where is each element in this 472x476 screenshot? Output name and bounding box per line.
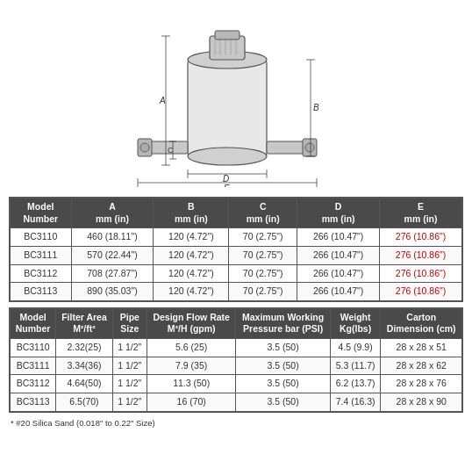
- col-e-header: Emm (in): [380, 198, 462, 228]
- cell-e: 276 (10.86"): [380, 246, 462, 264]
- cell-d: 266 (10.47"): [297, 246, 380, 264]
- cell-model: BC3112: [11, 375, 56, 393]
- table-row: BC3113 890 (35.03") 120 (4.72") 70 (2.75…: [11, 283, 462, 301]
- cell-model: BC3113: [11, 393, 56, 412]
- cell-e: 276 (10.86"): [380, 228, 462, 247]
- cell-carton: 28 x 28 x 51: [381, 339, 462, 357]
- cell-flow: 16 (70): [147, 393, 236, 412]
- specs-table: ModelNumber Filter AreaM²/ft² PipeSize D…: [10, 308, 462, 412]
- svg-rect-0: [188, 60, 267, 156]
- col-d-header: Dmm (in): [297, 198, 380, 228]
- spec-col-weight-header: WeightKg(lbs): [330, 308, 381, 338]
- spec-col-carton-header: CartonDimension (cm): [381, 308, 462, 338]
- cell-weight: 7.4 (16.3): [330, 393, 381, 412]
- cell-flow: 5.6 (25): [147, 339, 236, 357]
- col-model-header: ModelNumber: [11, 198, 72, 228]
- cell-b: 120 (4.72"): [154, 228, 229, 247]
- cell-area: 2.32(25): [56, 339, 112, 357]
- dimensions-table: ModelNumber Amm (in) Bmm (in) Cmm (in) D…: [10, 198, 462, 301]
- cell-a: 460 (18.11"): [71, 228, 154, 247]
- cell-model: BC3111: [11, 246, 72, 264]
- dimensions-table-wrapper: ModelNumber Amm (in) Bmm (in) Cmm (in) D…: [9, 197, 463, 302]
- spec-col-model-header: ModelNumber: [11, 308, 56, 338]
- svg-rect-13: [267, 141, 306, 154]
- table-row: BC3110 460 (18.11") 120 (4.72") 70 (2.75…: [11, 228, 462, 247]
- table-row: BC3113 6.5(70) 1 1/2" 16 (70) 3.5 (50) 7…: [11, 393, 462, 412]
- cell-b: 120 (4.72"): [154, 246, 229, 264]
- cell-b: 120 (4.72"): [154, 283, 229, 301]
- cell-weight: 5.3 (11.7): [330, 357, 381, 375]
- cell-weight: 6.2 (13.7): [330, 375, 381, 393]
- cell-carton: 28 x 28 x 90: [381, 393, 462, 412]
- col-a-header: Amm (in): [71, 198, 154, 228]
- table-row: BC3111 3.34(36) 1 1/2" 7.9 (35) 3.5 (50)…: [11, 357, 462, 375]
- svg-point-2: [188, 148, 267, 165]
- cell-model: BC3110: [11, 339, 56, 357]
- cell-pressure: 3.5 (50): [236, 339, 330, 357]
- cell-pressure: 3.5 (50): [236, 375, 330, 393]
- spec-col-flow-header: Design Flow RateM³/H (gpm): [147, 308, 236, 338]
- cell-model: BC3112: [11, 264, 72, 283]
- table-row: BC3112 4.64(50) 1 1/2" 11.3 (50) 3.5 (50…: [11, 375, 462, 393]
- svg-point-12: [140, 143, 149, 152]
- table-row: BC3110 2.32(25) 1 1/2" 5.6 (25) 3.5 (50)…: [11, 339, 462, 357]
- table-row: BC3112 708 (27.87") 120 (4.72") 70 (2.75…: [11, 264, 462, 283]
- svg-text:D: D: [223, 174, 229, 184]
- cell-d: 266 (10.47"): [297, 228, 380, 247]
- specs-table-wrapper: ModelNumber Filter AreaM²/ft² PipeSize D…: [9, 307, 463, 413]
- cell-pipe: 1 1/2": [112, 375, 147, 393]
- cell-carton: 28 x 28 x 62: [381, 357, 462, 375]
- footnote: * #20 Silica Sand (0.018" to 0.22" Size): [9, 418, 463, 428]
- spec-col-pipe-header: PipeSize: [112, 308, 147, 338]
- cell-d: 266 (10.47"): [297, 283, 380, 301]
- svg-text:C: C: [168, 146, 174, 155]
- cell-carton: 28 x 28 x 76: [381, 375, 462, 393]
- cell-pressure: 3.5 (50): [236, 393, 330, 412]
- product-diagram: A C B D E: [96, 11, 376, 187]
- cell-pressure: 3.5 (50): [236, 357, 330, 375]
- cell-flow: 11.3 (50): [147, 375, 236, 393]
- spec-col-area-header: Filter AreaM²/ft²: [56, 308, 112, 338]
- svg-text:A: A: [159, 96, 166, 105]
- cell-a: 570 (22.44"): [71, 246, 154, 264]
- cell-pipe: 1 1/2": [112, 393, 147, 412]
- cell-a: 890 (35.03"): [71, 283, 154, 301]
- cell-area: 6.5(70): [56, 393, 112, 412]
- diagram-area: A C B D E: [9, 7, 463, 191]
- cell-area: 3.34(36): [56, 357, 112, 375]
- cell-d: 266 (10.47"): [297, 264, 380, 283]
- cell-pipe: 1 1/2": [112, 357, 147, 375]
- cell-area: 4.64(50): [56, 375, 112, 393]
- svg-text:B: B: [313, 103, 319, 112]
- col-b-header: Bmm (in): [154, 198, 229, 228]
- cell-c: 70 (2.75"): [229, 283, 297, 301]
- cell-c: 70 (2.75"): [229, 228, 297, 247]
- cell-flow: 7.9 (35): [147, 357, 236, 375]
- cell-a: 708 (27.87"): [71, 264, 154, 283]
- cell-e: 276 (10.86"): [380, 283, 462, 301]
- cell-c: 70 (2.75"): [229, 264, 297, 283]
- cell-model: BC3110: [11, 228, 72, 247]
- spec-col-pressure-header: Maximum WorkingPressure bar (PSI): [236, 308, 330, 338]
- cell-weight: 4.5 (9.9): [330, 339, 381, 357]
- cell-model: BC3113: [11, 283, 72, 301]
- main-container: A C B D E Mode: [0, 0, 472, 435]
- cell-b: 120 (4.72"): [154, 264, 229, 283]
- col-c-header: Cmm (in): [229, 198, 297, 228]
- cell-pipe: 1 1/2": [112, 339, 147, 357]
- svg-text:E: E: [224, 184, 230, 187]
- table-row: BC3111 570 (22.44") 120 (4.72") 70 (2.75…: [11, 246, 462, 264]
- svg-point-15: [305, 143, 314, 152]
- cell-model: BC3111: [11, 357, 56, 375]
- cell-e: 276 (10.86"): [380, 264, 462, 283]
- cell-c: 70 (2.75"): [229, 246, 297, 264]
